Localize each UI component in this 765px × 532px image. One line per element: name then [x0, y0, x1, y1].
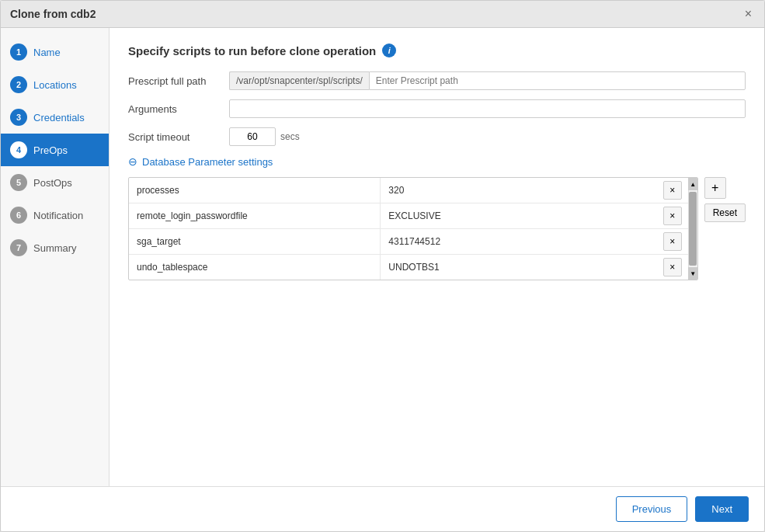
- remove-parameter-button[interactable]: ×: [663, 232, 682, 251]
- params-table: processes 320 × remote_login_passwordfil…: [129, 178, 688, 280]
- sidebar-label-locations: Locations: [33, 79, 77, 91]
- timeout-input[interactable]: [229, 127, 276, 146]
- param-name: sga_target: [129, 229, 381, 255]
- add-parameter-button[interactable]: +: [704, 177, 726, 199]
- sidebar-label-preops: PreOps: [33, 144, 68, 156]
- arguments-input[interactable]: [229, 99, 746, 118]
- prescript-path-container: /var/opt/snapcenter/spl/scripts/: [229, 71, 746, 90]
- param-value: 320: [381, 178, 660, 203]
- table-row: sga_target 4311744512 ×: [129, 229, 688, 255]
- params-scrollbar: ▲ ▼: [688, 178, 697, 280]
- sidebar-item-postops[interactable]: 5 PostOps: [1, 166, 109, 199]
- param-name: undo_tablespace: [129, 255, 381, 280]
- path-prefix: /var/opt/snapcenter/spl/scripts/: [229, 71, 369, 90]
- prescript-label: Prescript full path: [128, 75, 229, 87]
- table-row: remote_login_passwordfile EXCLUSIVE ×: [129, 203, 688, 229]
- step-circle-1: 1: [10, 43, 27, 61]
- sidebar-label-postops: PostOps: [33, 177, 72, 189]
- dialog-footer: Previous Next: [1, 486, 764, 531]
- table-row: undo_tablespace UNDOTBS1 ×: [129, 255, 688, 280]
- sidebar-item-name[interactable]: 1 Name: [1, 36, 109, 68]
- main-content: Specify scripts to run before clone oper…: [110, 28, 764, 486]
- param-remove-cell: ×: [660, 255, 688, 280]
- clone-dialog: Clone from cdb2 × 1 Name 2 Locations 3 C…: [0, 0, 765, 532]
- timeout-unit: secs: [280, 131, 300, 142]
- close-button[interactable]: ×: [742, 7, 755, 21]
- sidebar-label-summary: Summary: [33, 242, 77, 254]
- step-circle-7: 7: [10, 239, 27, 256]
- step-circle-2: 2: [10, 76, 27, 93]
- param-remove-cell: ×: [660, 203, 688, 229]
- params-inner: processes 320 × remote_login_passwordfil…: [129, 178, 688, 280]
- next-button[interactable]: Next: [695, 496, 749, 522]
- table-row: processes 320 ×: [129, 178, 688, 203]
- info-icon[interactable]: i: [382, 43, 396, 57]
- param-remove-cell: ×: [660, 178, 688, 203]
- dialog-titlebar: Clone from cdb2 ×: [1, 1, 764, 28]
- scrollbar-down[interactable]: ▼: [688, 267, 697, 280]
- step-circle-5: 5: [10, 174, 27, 191]
- param-value: UNDOTBS1: [381, 255, 660, 280]
- remove-parameter-button[interactable]: ×: [663, 181, 682, 200]
- db-params-toggle[interactable]: ⊖ Database Parameter settings: [128, 155, 746, 168]
- step-circle-3: 3: [10, 109, 27, 126]
- step-circle-6: 6: [10, 207, 27, 224]
- sidebar: 1 Name 2 Locations 3 Credentials 4 PreOp…: [1, 28, 110, 486]
- param-value: 4311744512: [381, 229, 660, 255]
- sidebar-item-credentials[interactable]: 3 Credentials: [1, 101, 109, 134]
- prescript-input[interactable]: [369, 71, 746, 90]
- timeout-row: Script timeout secs: [128, 127, 746, 146]
- param-remove-cell: ×: [660, 229, 688, 255]
- params-container: processes 320 × remote_login_passwordfil…: [128, 177, 746, 280]
- sidebar-item-preops[interactable]: 4 PreOps: [1, 134, 109, 166]
- arguments-row: Arguments: [128, 99, 746, 118]
- db-params-label: Database Parameter settings: [142, 156, 273, 168]
- scrollbar-thumb[interactable]: [689, 192, 697, 266]
- arguments-label: Arguments: [128, 103, 229, 115]
- step-circle-4: 4: [10, 141, 27, 158]
- dialog-title: Clone from cdb2: [10, 8, 96, 20]
- previous-button[interactable]: Previous: [616, 496, 688, 522]
- section-title: Specify scripts to run before clone oper…: [128, 43, 746, 57]
- params-table-wrapper: processes 320 × remote_login_passwordfil…: [128, 177, 698, 280]
- param-name: remote_login_passwordfile: [129, 203, 381, 229]
- dialog-body: 1 Name 2 Locations 3 Credentials 4 PreOp…: [1, 28, 764, 486]
- sidebar-item-locations[interactable]: 2 Locations: [1, 68, 109, 101]
- sidebar-label-notification: Notification: [33, 210, 83, 221]
- sidebar-item-summary[interactable]: 7 Summary: [1, 231, 109, 264]
- params-actions: + Reset: [704, 177, 746, 280]
- section-title-text: Specify scripts to run before clone oper…: [128, 44, 376, 57]
- timeout-container: secs: [229, 127, 300, 146]
- sidebar-item-notification[interactable]: 6 Notification: [1, 199, 109, 231]
- remove-parameter-button[interactable]: ×: [663, 258, 682, 276]
- param-name: processes: [129, 178, 381, 203]
- prescript-row: Prescript full path /var/opt/snapcenter/…: [128, 71, 746, 90]
- timeout-label: Script timeout: [128, 131, 229, 143]
- params-row-container: processes 320 × remote_login_passwordfil…: [129, 178, 697, 280]
- sidebar-label-credentials: Credentials: [33, 112, 85, 123]
- sidebar-label-name: Name: [33, 47, 61, 58]
- reset-button[interactable]: Reset: [704, 203, 746, 222]
- param-value: EXCLUSIVE: [381, 203, 660, 229]
- toggle-icon: ⊖: [128, 155, 137, 168]
- scrollbar-up[interactable]: ▲: [688, 178, 697, 190]
- remove-parameter-button[interactable]: ×: [663, 207, 682, 225]
